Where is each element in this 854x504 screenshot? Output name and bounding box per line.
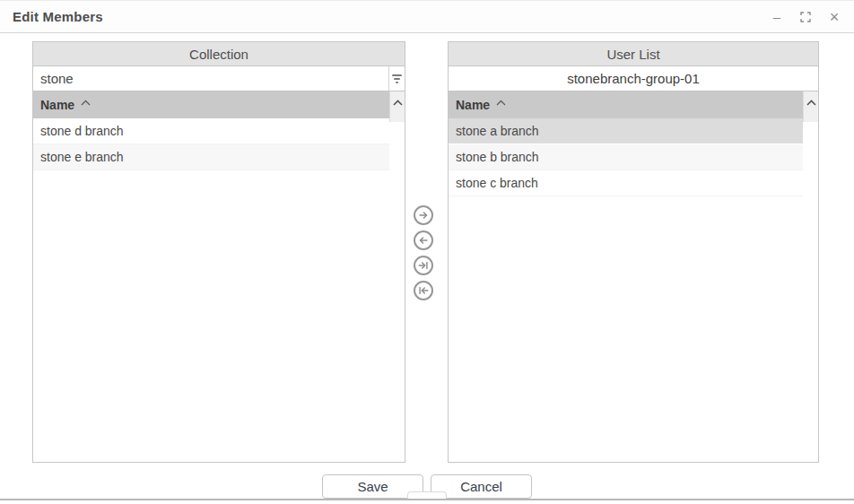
collection-column-header-label: Name	[40, 98, 74, 112]
user-list-column-header[interactable]: Name	[449, 91, 818, 118]
sort-asc-icon	[496, 100, 506, 106]
sort-asc-icon	[81, 100, 91, 106]
window-controls: – ×	[770, 10, 841, 24]
collection-panel: Collection Name stone d branch stone e b…	[32, 41, 405, 463]
dialog-title: Edit Members	[13, 9, 103, 24]
list-item[interactable]: stone d branch	[33, 118, 389, 144]
collection-list: stone d branch stone e branch	[33, 118, 405, 170]
collection-panel-title: Collection	[33, 42, 405, 65]
collection-column-header[interactable]: Name	[33, 91, 405, 118]
close-icon[interactable]: ×	[827, 10, 841, 24]
move-selected-right-button[interactable]	[414, 205, 433, 225]
list-item-selected[interactable]: stone a branch	[449, 118, 803, 144]
maximize-icon[interactable]	[798, 10, 813, 24]
user-list-panel: User List stonebranch-group-01 Name ston…	[448, 41, 819, 463]
scroll-up-icon[interactable]	[389, 91, 405, 122]
scroll-up-icon[interactable]	[803, 91, 818, 122]
dialog-titlebar: Edit Members – ×	[0, 1, 854, 33]
minimize-icon[interactable]: –	[770, 10, 784, 24]
list-item[interactable]: stone c branch	[449, 170, 803, 196]
user-list-column-header-label: Name	[456, 98, 490, 112]
group-name: stonebranch-group-01	[449, 65, 818, 91]
move-all-right-button[interactable]	[414, 256, 433, 275]
user-list: stone a branch stone b branch stone c br…	[449, 118, 818, 196]
collection-search-input[interactable]	[33, 66, 388, 91]
transfer-buttons	[414, 205, 433, 300]
move-selected-left-button[interactable]	[414, 230, 433, 250]
list-item[interactable]: stone e branch	[33, 144, 389, 170]
move-all-left-button[interactable]	[414, 281, 433, 300]
edit-members-dialog: Edit Members – × Collection Name	[0, 0, 854, 504]
arrow-right-to-bar-circle-icon	[417, 259, 430, 272]
arrow-left-from-bar-circle-icon	[417, 284, 430, 297]
list-item[interactable]: stone b branch	[449, 144, 803, 170]
bottom-divider	[0, 499, 854, 500]
arrow-right-circle-icon	[417, 209, 430, 222]
collection-search-row	[33, 65, 405, 91]
filter-icon[interactable]	[388, 66, 405, 91]
user-list-panel-title: User List	[449, 42, 818, 65]
arrow-left-circle-icon	[417, 234, 430, 247]
